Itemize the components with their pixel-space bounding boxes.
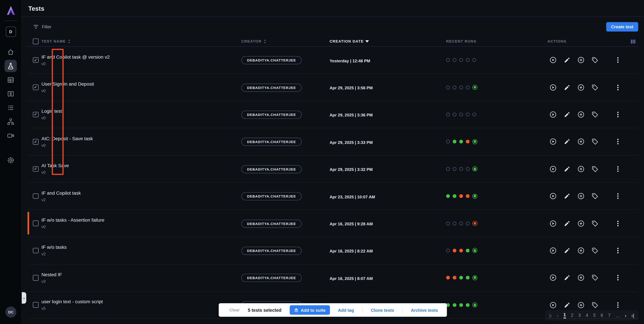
manage-columns-icon[interactable] [630, 38, 636, 45]
page-button-5[interactable]: 5 [593, 313, 596, 318]
add-to-suite-icon[interactable] [577, 301, 585, 309]
run-test-icon[interactable] [549, 138, 557, 146]
columns-icon[interactable] [4, 88, 17, 100]
run-status-dot[interactable] [472, 221, 477, 226]
more-actions-icon[interactable] [614, 83, 622, 91]
tag-icon[interactable] [591, 301, 599, 309]
page-button-4[interactable]: 4 [586, 313, 588, 318]
tag-icon[interactable] [591, 192, 599, 200]
tag-icon[interactable] [591, 219, 599, 227]
more-actions-icon[interactable] [614, 138, 622, 146]
page-button-7[interactable]: 7 [608, 313, 610, 318]
more-actions-icon[interactable] [614, 165, 622, 173]
clone-tests-button[interactable]: Clone tests [371, 308, 394, 313]
workspace-switcher[interactable]: D [6, 27, 16, 37]
row-checkbox[interactable] [33, 248, 38, 253]
run-status-dot[interactable] [459, 58, 463, 62]
run-status-dot[interactable] [453, 276, 456, 280]
add-to-suite-icon[interactable] [577, 247, 585, 254]
last-page-button[interactable]: ›| [632, 313, 634, 318]
settings-gear-icon[interactable] [4, 154, 17, 166]
tag-icon[interactable] [591, 165, 599, 173]
run-status-dot[interactable] [472, 113, 476, 116]
edit-test-icon[interactable] [563, 138, 571, 146]
tag-icon[interactable] [591, 83, 599, 91]
run-status-dot[interactable] [453, 85, 456, 89]
run-status-dot[interactable] [459, 194, 463, 198]
add-to-suite-icon[interactable] [577, 56, 585, 64]
filter-button[interactable]: Filter [33, 24, 52, 30]
run-status-dot[interactable] [446, 221, 450, 225]
page-button-3[interactable]: 3 [578, 313, 581, 318]
run-status-dot[interactable] [466, 221, 470, 225]
run-status-dot[interactable] [466, 58, 470, 62]
run-status-dot[interactable] [453, 113, 456, 116]
tag-icon[interactable] [591, 111, 599, 118]
edit-test-icon[interactable] [563, 247, 571, 254]
run-status-dot[interactable] [466, 85, 470, 89]
add-to-suite-icon[interactable] [577, 138, 585, 146]
run-status-dot[interactable] [459, 167, 463, 171]
recordings-icon[interactable] [4, 130, 17, 142]
run-status-dot[interactable] [466, 140, 470, 144]
run-status-dot[interactable] [466, 167, 470, 171]
run-status-dot[interactable] [472, 139, 477, 144]
row-checkbox[interactable] [33, 57, 38, 63]
run-status-dot[interactable] [472, 58, 476, 62]
add-to-suite-icon[interactable] [577, 165, 585, 173]
edit-test-icon[interactable] [563, 301, 571, 309]
add-to-suite-button[interactable]: Add to suite [290, 305, 330, 315]
run-status-dot[interactable] [459, 276, 463, 280]
run-status-dot[interactable] [472, 194, 477, 198]
tag-icon[interactable] [591, 274, 599, 282]
more-actions-icon[interactable] [614, 274, 622, 282]
edit-test-icon[interactable] [563, 83, 571, 91]
more-actions-icon[interactable] [614, 192, 622, 200]
edit-test-icon[interactable] [563, 192, 571, 200]
run-status-dot[interactable] [466, 194, 470, 198]
run-status-dot[interactable] [459, 221, 463, 225]
run-status-dot[interactable] [446, 140, 450, 144]
run-status-dot[interactable] [446, 194, 450, 198]
row-checkbox[interactable] [33, 221, 38, 226]
more-actions-icon[interactable] [614, 219, 622, 227]
row-checkbox[interactable] [33, 302, 38, 308]
tests-flask-icon[interactable] [4, 60, 17, 72]
run-test-icon[interactable] [549, 192, 557, 200]
table-row[interactable]: IF w/o tasks - Assertion failure v0 DEBA… [28, 210, 638, 237]
row-checkbox[interactable] [33, 139, 38, 145]
header-creation-date[interactable]: CREATION DATE [330, 39, 446, 43]
edit-test-icon[interactable] [563, 165, 571, 173]
run-test-icon[interactable] [549, 111, 557, 118]
run-status-dot[interactable] [453, 140, 456, 144]
run-status-dot[interactable] [472, 248, 477, 253]
run-status-dot[interactable] [466, 276, 470, 280]
create-test-button[interactable]: Create test [606, 22, 638, 31]
table-row[interactable]: IF w/o tasks v2 DEBADITYA.CHATTERJEE Apr… [28, 237, 638, 264]
run-status-dot[interactable] [446, 167, 450, 171]
more-actions-icon[interactable] [614, 301, 622, 309]
add-tag-button[interactable]: Add tag [338, 308, 354, 313]
workflow-icon[interactable] [4, 116, 17, 128]
run-status-dot[interactable] [446, 276, 450, 280]
table-row[interactable]: User Sign In and Deposit v0 DEBADITYA.CH… [28, 74, 638, 101]
add-to-suite-icon[interactable] [577, 111, 585, 118]
run-status-dot[interactable] [446, 58, 450, 62]
next-page-button[interactable]: › [625, 313, 626, 318]
header-test-name[interactable]: TEST NAME [42, 39, 241, 44]
run-status-dot[interactable] [472, 85, 477, 90]
run-status-dot[interactable] [459, 249, 463, 252]
run-status-dot[interactable] [459, 85, 463, 89]
run-status-dot[interactable] [453, 58, 456, 62]
table-row[interactable]: Login test v0 DEBADITYA.CHATTERJEE Apr 2… [28, 101, 638, 128]
edit-test-icon[interactable] [563, 56, 571, 64]
archive-tests-button[interactable]: Archive tests [411, 308, 438, 313]
first-page-button[interactable]: |‹ [549, 313, 552, 318]
run-test-icon[interactable] [549, 247, 557, 254]
run-status-dot[interactable] [446, 113, 450, 116]
row-checkbox[interactable] [33, 112, 38, 117]
prev-page-button[interactable]: ‹ [557, 313, 558, 318]
clear-selection-button[interactable]: Clear [230, 308, 240, 312]
row-checkbox[interactable] [33, 193, 38, 199]
table-row[interactable]: IF and Copilot task @ version v2 v0 DEBA… [28, 47, 638, 74]
